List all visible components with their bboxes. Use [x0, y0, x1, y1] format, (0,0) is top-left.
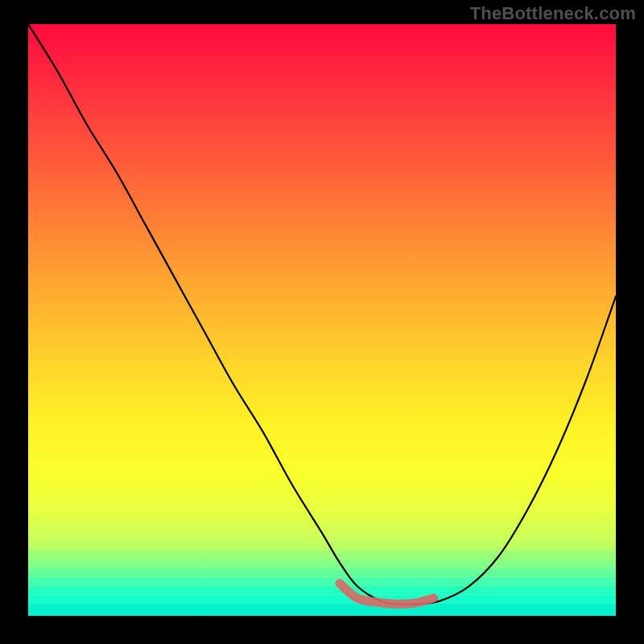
plot-area: [28, 24, 616, 616]
chart-frame: TheBottleneck.com: [0, 0, 644, 644]
bottleneck-curve: [28, 24, 616, 605]
curve-svg: [28, 24, 616, 616]
low-bottleneck-highlight: [340, 584, 434, 605]
watermark-text: TheBottleneck.com: [470, 3, 636, 24]
